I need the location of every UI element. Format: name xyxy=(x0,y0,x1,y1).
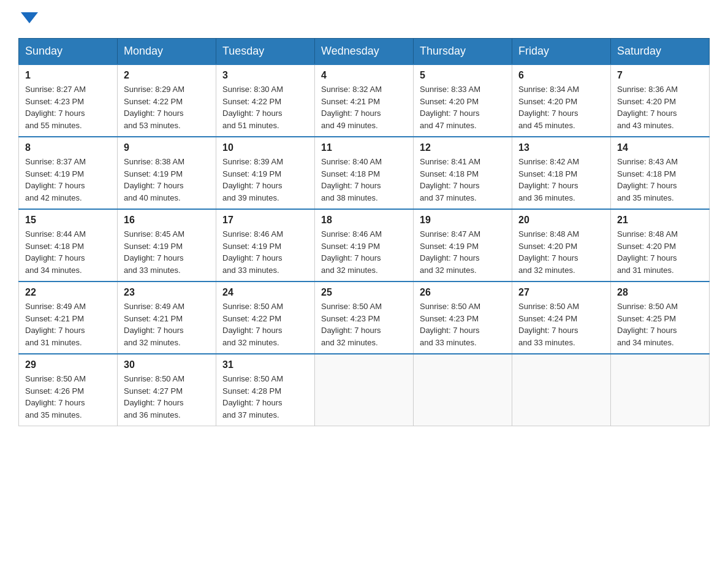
day-number: 15 xyxy=(25,215,111,226)
logo-triangle-icon xyxy=(21,12,38,23)
day-info: Sunrise: 8:47 AMSunset: 4:19 PMDaylight:… xyxy=(420,228,506,276)
calendar-cell xyxy=(611,354,710,426)
calendar-cell: 14Sunrise: 8:43 AMSunset: 4:18 PMDayligh… xyxy=(611,137,710,209)
calendar-cell: 21Sunrise: 8:48 AMSunset: 4:20 PMDayligh… xyxy=(611,209,710,282)
day-number: 30 xyxy=(124,359,210,370)
day-info: Sunrise: 8:29 AMSunset: 4:22 PMDaylight:… xyxy=(124,83,210,131)
day-info: Sunrise: 8:50 AMSunset: 4:24 PMDaylight:… xyxy=(518,301,604,348)
day-info: Sunrise: 8:50 AMSunset: 4:28 PMDaylight:… xyxy=(222,373,308,421)
day-info: Sunrise: 8:32 AMSunset: 4:21 PMDaylight:… xyxy=(321,83,407,131)
weekday-header-sunday: Sunday xyxy=(19,39,118,65)
day-number: 1 xyxy=(25,70,111,81)
day-number: 24 xyxy=(222,287,308,298)
calendar-cell: 15Sunrise: 8:44 AMSunset: 4:18 PMDayligh… xyxy=(19,209,118,282)
weekday-header-friday: Friday xyxy=(512,39,611,65)
day-info: Sunrise: 8:38 AMSunset: 4:19 PMDaylight:… xyxy=(124,156,210,204)
calendar-cell: 9Sunrise: 8:38 AMSunset: 4:19 PMDaylight… xyxy=(118,137,216,209)
calendar-cell: 11Sunrise: 8:40 AMSunset: 4:18 PMDayligh… xyxy=(315,137,414,209)
day-number: 27 xyxy=(518,287,604,298)
calendar-cell: 20Sunrise: 8:48 AMSunset: 4:20 PMDayligh… xyxy=(512,209,611,282)
calendar-cell: 26Sunrise: 8:50 AMSunset: 4:23 PMDayligh… xyxy=(414,282,512,354)
week-row-5: 29Sunrise: 8:50 AMSunset: 4:26 PMDayligh… xyxy=(19,354,710,426)
calendar-cell: 29Sunrise: 8:50 AMSunset: 4:26 PMDayligh… xyxy=(19,354,118,426)
day-info: Sunrise: 8:48 AMSunset: 4:20 PMDaylight:… xyxy=(617,228,703,276)
day-number: 29 xyxy=(25,359,111,370)
day-info: Sunrise: 8:50 AMSunset: 4:26 PMDaylight:… xyxy=(25,373,111,421)
day-number: 16 xyxy=(124,215,210,226)
day-number: 11 xyxy=(321,142,407,153)
day-number: 25 xyxy=(321,287,407,298)
day-info: Sunrise: 8:49 AMSunset: 4:21 PMDaylight:… xyxy=(124,301,210,348)
day-number: 22 xyxy=(25,287,111,298)
day-number: 14 xyxy=(617,142,703,153)
day-info: Sunrise: 8:41 AMSunset: 4:18 PMDaylight:… xyxy=(420,156,506,204)
calendar-header-row: SundayMondayTuesdayWednesdayThursdayFrid… xyxy=(19,39,710,65)
calendar-cell: 5Sunrise: 8:33 AMSunset: 4:20 PMDaylight… xyxy=(414,64,512,137)
day-number: 6 xyxy=(518,70,604,81)
calendar-cell: 27Sunrise: 8:50 AMSunset: 4:24 PMDayligh… xyxy=(512,282,611,354)
weekday-header-saturday: Saturday xyxy=(611,39,710,65)
day-number: 3 xyxy=(222,70,308,81)
weekday-header-wednesday: Wednesday xyxy=(315,39,414,65)
calendar-cell: 25Sunrise: 8:50 AMSunset: 4:23 PMDayligh… xyxy=(315,282,414,354)
calendar-cell: 7Sunrise: 8:36 AMSunset: 4:20 PMDaylight… xyxy=(611,64,710,137)
day-info: Sunrise: 8:46 AMSunset: 4:19 PMDaylight:… xyxy=(321,228,407,276)
calendar-cell: 23Sunrise: 8:49 AMSunset: 4:21 PMDayligh… xyxy=(118,282,216,354)
logo xyxy=(18,12,38,26)
day-number: 2 xyxy=(124,70,210,81)
day-info: Sunrise: 8:45 AMSunset: 4:19 PMDaylight:… xyxy=(124,228,210,276)
day-number: 10 xyxy=(222,142,308,153)
day-number: 12 xyxy=(420,142,506,153)
day-number: 21 xyxy=(617,215,703,226)
day-number: 28 xyxy=(617,287,703,298)
day-info: Sunrise: 8:36 AMSunset: 4:20 PMDaylight:… xyxy=(617,83,703,131)
day-number: 17 xyxy=(222,215,308,226)
day-number: 13 xyxy=(518,142,604,153)
calendar-cell: 22Sunrise: 8:49 AMSunset: 4:21 PMDayligh… xyxy=(19,282,118,354)
day-number: 5 xyxy=(420,70,506,81)
calendar-cell: 2Sunrise: 8:29 AMSunset: 4:22 PMDaylight… xyxy=(118,64,216,137)
day-number: 7 xyxy=(617,70,703,81)
calendar-cell: 16Sunrise: 8:45 AMSunset: 4:19 PMDayligh… xyxy=(118,209,216,282)
calendar-cell: 1Sunrise: 8:27 AMSunset: 4:23 PMDaylight… xyxy=(19,64,118,137)
day-info: Sunrise: 8:48 AMSunset: 4:20 PMDaylight:… xyxy=(518,228,604,276)
week-row-2: 8Sunrise: 8:37 AMSunset: 4:19 PMDaylight… xyxy=(19,137,710,209)
day-info: Sunrise: 8:40 AMSunset: 4:18 PMDaylight:… xyxy=(321,156,407,204)
day-info: Sunrise: 8:46 AMSunset: 4:19 PMDaylight:… xyxy=(222,228,308,276)
day-info: Sunrise: 8:30 AMSunset: 4:22 PMDaylight:… xyxy=(222,83,308,131)
calendar-cell xyxy=(315,354,414,426)
day-info: Sunrise: 8:42 AMSunset: 4:18 PMDaylight:… xyxy=(518,156,604,204)
weekday-header-thursday: Thursday xyxy=(414,39,512,65)
day-number: 8 xyxy=(25,142,111,153)
calendar-cell: 19Sunrise: 8:47 AMSunset: 4:19 PMDayligh… xyxy=(414,209,512,282)
day-number: 31 xyxy=(222,359,308,370)
calendar-cell: 8Sunrise: 8:37 AMSunset: 4:19 PMDaylight… xyxy=(19,137,118,209)
day-info: Sunrise: 8:43 AMSunset: 4:18 PMDaylight:… xyxy=(617,156,703,204)
week-row-3: 15Sunrise: 8:44 AMSunset: 4:18 PMDayligh… xyxy=(19,209,710,282)
calendar-cell xyxy=(414,354,512,426)
calendar-cell: 3Sunrise: 8:30 AMSunset: 4:22 PMDaylight… xyxy=(216,64,315,137)
day-number: 18 xyxy=(321,215,407,226)
calendar-cell: 31Sunrise: 8:50 AMSunset: 4:28 PMDayligh… xyxy=(216,354,315,426)
day-info: Sunrise: 8:34 AMSunset: 4:20 PMDaylight:… xyxy=(518,83,604,131)
weekday-header-monday: Monday xyxy=(118,39,216,65)
day-info: Sunrise: 8:50 AMSunset: 4:22 PMDaylight:… xyxy=(222,301,308,348)
page-header xyxy=(18,12,710,26)
day-number: 26 xyxy=(420,287,506,298)
week-row-4: 22Sunrise: 8:49 AMSunset: 4:21 PMDayligh… xyxy=(19,282,710,354)
calendar-table: SundayMondayTuesdayWednesdayThursdayFrid… xyxy=(18,38,710,426)
day-info: Sunrise: 8:44 AMSunset: 4:18 PMDaylight:… xyxy=(25,228,111,276)
calendar-cell: 6Sunrise: 8:34 AMSunset: 4:20 PMDaylight… xyxy=(512,64,611,137)
calendar-cell: 12Sunrise: 8:41 AMSunset: 4:18 PMDayligh… xyxy=(414,137,512,209)
day-number: 9 xyxy=(124,142,210,153)
day-info: Sunrise: 8:50 AMSunset: 4:23 PMDaylight:… xyxy=(420,301,506,348)
weekday-header-tuesday: Tuesday xyxy=(216,39,315,65)
day-number: 23 xyxy=(124,287,210,298)
day-info: Sunrise: 8:39 AMSunset: 4:19 PMDaylight:… xyxy=(222,156,308,204)
calendar-cell: 13Sunrise: 8:42 AMSunset: 4:18 PMDayligh… xyxy=(512,137,611,209)
day-info: Sunrise: 8:33 AMSunset: 4:20 PMDaylight:… xyxy=(420,83,506,131)
day-info: Sunrise: 8:50 AMSunset: 4:27 PMDaylight:… xyxy=(124,373,210,421)
calendar-cell: 18Sunrise: 8:46 AMSunset: 4:19 PMDayligh… xyxy=(315,209,414,282)
day-info: Sunrise: 8:50 AMSunset: 4:23 PMDaylight:… xyxy=(321,301,407,348)
calendar-cell: 10Sunrise: 8:39 AMSunset: 4:19 PMDayligh… xyxy=(216,137,315,209)
